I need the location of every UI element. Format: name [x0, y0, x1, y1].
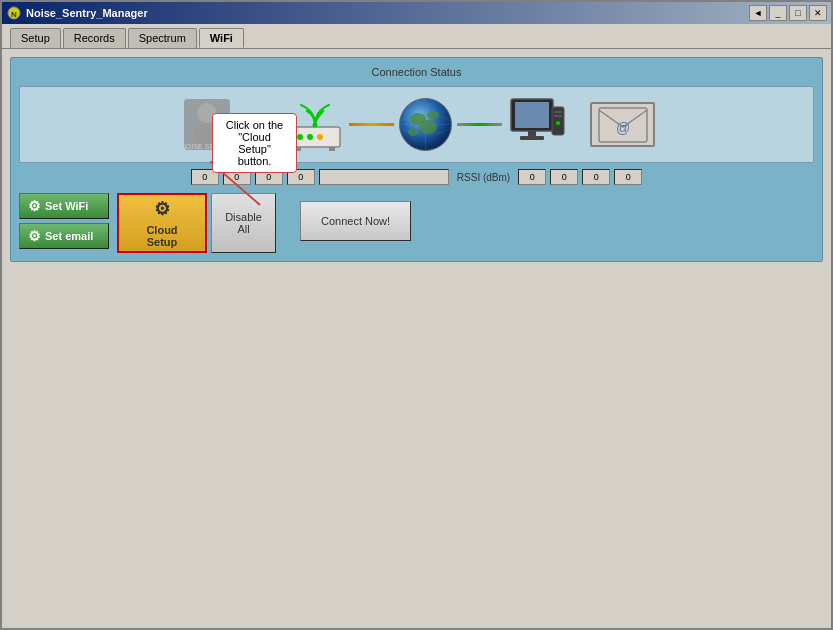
svg-point-28	[556, 121, 560, 125]
cloud-setup-button[interactable]: ⚙ Cloud Setup	[117, 193, 207, 253]
svg-text:@: @	[615, 120, 629, 136]
svg-rect-22	[515, 102, 549, 128]
set-email-button[interactable]: ⚙ Set email	[19, 223, 109, 249]
window-title: Noise_Sentry_Manager	[26, 7, 749, 19]
set-wifi-button[interactable]: ⚙ Set WiFi	[19, 193, 109, 219]
connector-3	[457, 121, 502, 129]
rssi-label: RSSI (dBm)	[457, 172, 510, 183]
main-window: N Noise_Sentry_Manager ◄ _ □ ✕ Setup Rec…	[0, 0, 833, 630]
svg-point-10	[307, 134, 313, 140]
svg-point-9	[297, 134, 303, 140]
connection-status-title: Connection Status	[19, 66, 814, 78]
gear-icon-wifi: ⚙	[28, 198, 41, 214]
svg-point-16	[419, 120, 437, 134]
rssi-input-3[interactable]	[582, 169, 610, 185]
email-icon: @	[598, 107, 648, 143]
svg-rect-26	[554, 111, 562, 113]
minimize-button[interactable]: _	[769, 5, 787, 21]
tab-spectrum[interactable]: Spectrum	[128, 28, 197, 48]
callout-tooltip: Click on the "Cloud Setup" button.	[212, 113, 297, 173]
window-controls: ◄ _ □ ✕	[749, 5, 827, 21]
tab-setup[interactable]: Setup	[10, 28, 61, 48]
email-icon-box: @	[590, 102, 655, 147]
close-button[interactable]: ✕	[809, 5, 827, 21]
svg-rect-27	[554, 115, 562, 117]
tab-wifi[interactable]: WiFi	[199, 28, 244, 48]
globe-item	[398, 97, 453, 152]
connection-status-panel: Connection Status NOISE SENTRY	[10, 57, 823, 262]
svg-point-12	[313, 123, 318, 128]
svg-rect-8	[329, 147, 335, 151]
computer-item	[506, 97, 566, 152]
title-bar: N Noise_Sentry_Manager ◄ _ □ ✕	[2, 2, 831, 24]
back-button[interactable]: ◄	[749, 5, 767, 21]
gear-icon-cloud: ⚙	[154, 198, 170, 220]
connect-now-button[interactable]: Connect Now!	[300, 201, 411, 241]
lower-controls: ⚙ Set WiFi ⚙ Set email Click on the "Clo…	[19, 193, 814, 253]
left-buttons: ⚙ Set WiFi ⚙ Set email	[19, 193, 109, 249]
svg-rect-23	[528, 131, 536, 136]
maximize-button[interactable]: □	[789, 5, 807, 21]
svg-point-11	[317, 134, 323, 140]
content-area: Connection Status NOISE SENTRY	[2, 48, 831, 628]
status-text-field[interactable]	[319, 169, 449, 185]
globe-icon	[398, 97, 453, 152]
tab-records[interactable]: Records	[63, 28, 126, 48]
rssi-input-1[interactable]	[518, 169, 546, 185]
app-icon: N	[6, 5, 22, 21]
tab-bar: Setup Records Spectrum WiFi	[2, 24, 831, 48]
rssi-input-2[interactable]	[550, 169, 578, 185]
computer-icon	[506, 97, 566, 152]
svg-point-17	[408, 128, 418, 136]
gear-icon-email: ⚙	[28, 228, 41, 244]
svg-text:N: N	[11, 10, 17, 19]
rssi-input-4[interactable]	[614, 169, 642, 185]
connector-2	[349, 121, 394, 129]
svg-rect-24	[520, 136, 544, 140]
